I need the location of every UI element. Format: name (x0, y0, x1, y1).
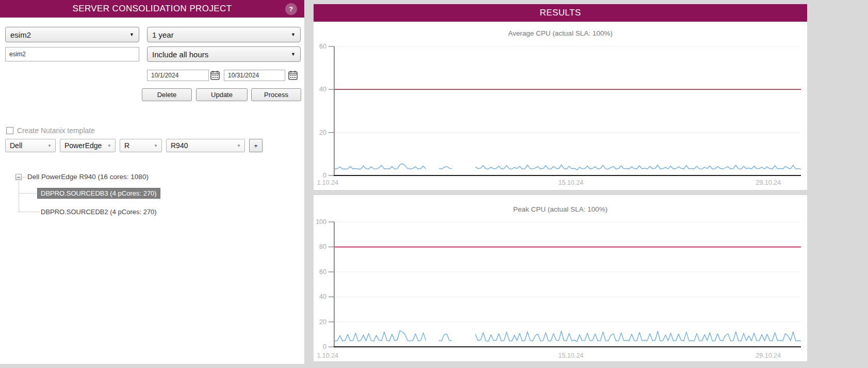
period-select[interactable]: 1 year ▼ (147, 27, 301, 42)
process-button[interactable]: Process (251, 88, 301, 101)
chevron-down-icon: ▼ (237, 143, 241, 148)
svg-text:29.10.24: 29.10.24 (756, 179, 781, 186)
family-select[interactable]: PowerEdge ▼ (60, 139, 116, 152)
svg-text:40: 40 (319, 293, 326, 300)
hours-filter-select[interactable]: Include all hours ▼ (147, 46, 301, 62)
tree-connector (19, 193, 36, 194)
svg-text:0: 0 (323, 172, 326, 179)
tree-node-sourcedb3[interactable]: DBPRO.SOURCEDB3 (4 pCores: 270) (37, 188, 160, 199)
peak-cpu-chart-card: Peak CPU (actual SLA: 100%) 020406080100… (314, 195, 807, 361)
chevron-down-icon: ▼ (129, 32, 134, 37)
svg-text:29.10.24: 29.10.24 (756, 352, 781, 359)
update-button[interactable]: Update (196, 88, 248, 101)
left-panel-title: SERVER CONSOLIDATION PROJECT (72, 4, 232, 14)
svg-text:20: 20 (319, 318, 326, 326)
tree-connector (22, 177, 26, 178)
help-button[interactable]: ? (285, 3, 297, 15)
question-mark-icon: ? (289, 5, 293, 13)
project-name-input[interactable] (5, 47, 139, 61)
svg-text:60: 60 (319, 43, 326, 50)
peak-cpu-chart[interactable]: 0204060801001.10.2415.10.2429.10.24 (314, 195, 807, 361)
app-root: SERVER CONSOLIDATION PROJECT ? esim2 ▼ 1… (0, 0, 868, 368)
family-select-value: PowerEdge (64, 141, 102, 150)
calendar-icon (210, 70, 220, 80)
svg-text:0: 0 (323, 343, 326, 350)
server-consolidation-panel: SERVER CONSOLIDATION PROJECT ? esim2 ▼ 1… (0, 0, 304, 364)
date-from-calendar-button[interactable] (210, 69, 220, 81)
minus-icon: − (17, 174, 20, 180)
svg-text:60: 60 (319, 268, 326, 276)
svg-text:20: 20 (319, 129, 326, 136)
chevron-down-icon: ▼ (47, 143, 52, 148)
tree-connector (19, 181, 19, 212)
nutanix-template-checkbox[interactable] (6, 127, 13, 134)
svg-text:15.10.24: 15.10.24 (558, 179, 583, 186)
results-header: RESULTS (314, 4, 807, 22)
chevron-down-icon: ▼ (107, 143, 111, 148)
svg-text:100: 100 (316, 218, 326, 226)
results-title: RESULTS (540, 8, 581, 18)
chevron-down-icon: ▼ (291, 32, 296, 37)
hours-filter-value: Include all hours (152, 50, 208, 59)
vendor-select[interactable]: Dell ▼ (5, 139, 56, 152)
calendar-icon (288, 70, 298, 80)
series-select[interactable]: R ▼ (120, 139, 162, 152)
project-select[interactable]: esim2 ▼ (5, 27, 139, 42)
model-select-value: R940 (171, 141, 188, 150)
svg-text:1.10.24: 1.10.24 (317, 352, 338, 359)
date-to-calendar-button[interactable] (288, 69, 298, 81)
tree-connector (19, 212, 40, 212)
vendor-select-value: Dell (10, 141, 22, 150)
tree-root-node[interactable]: Dell PowerEdge R940 (16 cores: 1080) (27, 173, 149, 181)
average-cpu-chart-card: Average CPU (actual SLA: 100%) 02040601.… (314, 22, 807, 190)
delete-button[interactable]: Delete (142, 88, 192, 101)
left-panel-header: SERVER CONSOLIDATION PROJECT ? (0, 0, 304, 18)
svg-text:40: 40 (319, 86, 326, 93)
svg-text:15.10.24: 15.10.24 (558, 352, 583, 359)
svg-text:1.10.24: 1.10.24 (317, 179, 338, 186)
average-cpu-chart[interactable]: 02040601.10.2415.10.2429.10.24 (314, 22, 807, 190)
tree-collapse-toggle[interactable]: − (15, 174, 22, 180)
nutanix-template-row: Create Nutanix template (6, 126, 95, 135)
period-select-value: 1 year (152, 30, 174, 39)
series-select-value: R (124, 141, 129, 150)
tree-node-sourcedb2[interactable]: DBPRO.SOURCEDB2 (4 pCores: 270) (41, 207, 157, 217)
project-select-value: esim2 (10, 30, 31, 39)
date-from-input[interactable] (147, 70, 209, 81)
chevron-down-icon: ▼ (291, 52, 296, 57)
date-to-input[interactable] (224, 70, 285, 81)
chevron-down-icon: ▼ (154, 143, 158, 148)
add-hardware-button[interactable]: + (249, 139, 263, 152)
svg-text:80: 80 (319, 243, 326, 250)
model-select[interactable]: R940 ▼ (166, 139, 245, 152)
nutanix-template-label: Create Nutanix template (17, 126, 95, 135)
